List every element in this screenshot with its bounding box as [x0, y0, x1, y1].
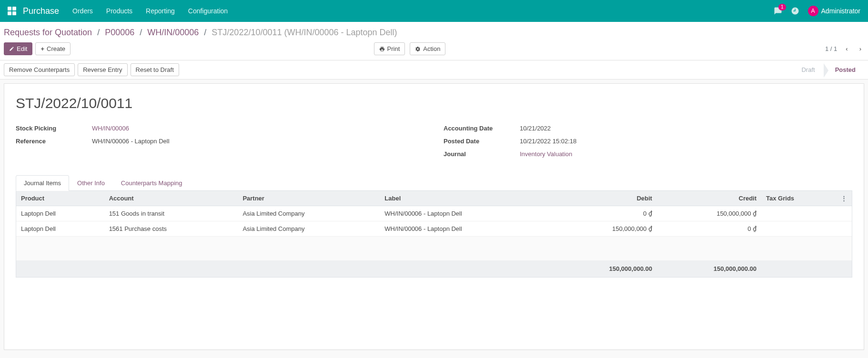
- tab-journal-items[interactable]: Journal Items: [16, 175, 69, 191]
- messages-badge: 1: [778, 4, 786, 10]
- print-button[interactable]: Print: [374, 42, 405, 55]
- print-icon: [379, 46, 385, 52]
- notebook-tabs: Journal Items Other Info Counterparts Ma…: [16, 175, 852, 191]
- nav-configuration[interactable]: Configuration: [188, 7, 228, 15]
- create-button[interactable]: + Create: [35, 42, 71, 55]
- pager-text: 1 / 1: [825, 45, 837, 52]
- table-row[interactable]: Laptopn Dell 1561 Purchase costs Asia Li…: [16, 221, 852, 237]
- col-account[interactable]: Account: [104, 191, 238, 206]
- breadcrumb-p00006[interactable]: P00006: [105, 28, 134, 37]
- pager-next[interactable]: ›: [857, 43, 864, 54]
- col-tax-grids[interactable]: Tax Grids: [761, 191, 836, 206]
- col-debit[interactable]: Debit: [553, 191, 657, 206]
- journal-label: Journal: [444, 150, 520, 158]
- col-product[interactable]: Product: [16, 191, 104, 206]
- pencil-icon: [9, 46, 14, 51]
- nav-products[interactable]: Products: [106, 7, 132, 15]
- col-label[interactable]: Label: [380, 191, 553, 206]
- action-button[interactable]: Action: [410, 42, 445, 55]
- status-draft[interactable]: Draft: [790, 63, 823, 76]
- form-sheet: STJ/2022/10/0011 Stock Picking WH/IN/000…: [4, 83, 864, 350]
- reverse-entry-button[interactable]: Reverse Entry: [78, 63, 127, 76]
- breadcrumb-rfq[interactable]: Requests for Quotation: [4, 28, 92, 37]
- accounting-date-label: Accounting Date: [444, 125, 520, 132]
- apps-icon[interactable]: [8, 7, 16, 15]
- stock-picking-label: Stock Picking: [16, 125, 92, 132]
- tab-other-info[interactable]: Other Info: [69, 175, 113, 191]
- app-brand[interactable]: Purchase: [23, 6, 59, 16]
- col-options-icon[interactable]: ⋮: [836, 191, 852, 206]
- breadcrumb-whin[interactable]: WH/IN/00006: [147, 28, 199, 37]
- col-credit[interactable]: Credit: [657, 191, 761, 206]
- avatar: A: [808, 6, 818, 16]
- remove-counterparts-button[interactable]: Remove Counterparts: [4, 63, 75, 76]
- nav-orders[interactable]: Orders: [72, 7, 93, 15]
- pager-prev[interactable]: ‹: [843, 43, 850, 54]
- status-posted[interactable]: Posted: [824, 63, 864, 76]
- breadcrumb: Requests for Quotation / P00006 / WH/IN/…: [4, 26, 864, 42]
- reference-value: WH/IN/00006 - Laptopn Dell: [92, 138, 170, 145]
- journal-value[interactable]: Inventory Valuation: [520, 150, 572, 158]
- posted-date-value: 10/21/2022 15:02:18: [520, 138, 576, 145]
- edit-button[interactable]: Edit: [4, 42, 32, 55]
- gear-icon: [415, 46, 421, 52]
- status-steps: Draft Posted: [790, 63, 864, 76]
- accounting-date-value: 10/21/2022: [520, 125, 551, 132]
- reference-label: Reference: [16, 138, 92, 145]
- total-credit: 150,000,000.00: [657, 260, 761, 277]
- record-title: STJ/2022/10/0011: [16, 95, 852, 111]
- tab-counterparts-mapping[interactable]: Counterparts Mapping: [113, 175, 191, 191]
- nav-reporting[interactable]: Reporting: [146, 7, 175, 15]
- breadcrumb-active: STJ/2022/10/0011 (WH/IN/00006 - Laptopn …: [212, 28, 397, 37]
- posted-date-label: Posted Date: [444, 138, 520, 145]
- reset-to-draft-button[interactable]: Reset to Draft: [131, 63, 179, 76]
- plus-icon: +: [40, 45, 44, 52]
- journal-items-table: Product Account Partner Label Debit Cred…: [16, 191, 852, 277]
- col-partner[interactable]: Partner: [238, 191, 380, 206]
- pager: 1 / 1 ‹ ›: [825, 43, 864, 54]
- user-name: Administrator: [821, 7, 860, 15]
- messages-icon[interactable]: 1: [774, 7, 782, 15]
- stock-picking-value[interactable]: WH/IN/00006: [92, 125, 129, 132]
- status-bar: Remove Counterparts Reverse Entry Reset …: [0, 60, 868, 80]
- control-panel: Requests for Quotation / P00006 / WH/IN/…: [0, 22, 868, 60]
- total-debit: 150,000,000.00: [553, 260, 657, 277]
- user-menu[interactable]: A Administrator: [808, 6, 860, 16]
- totals-row: 150,000,000.00 150,000,000.00: [16, 260, 852, 277]
- activity-icon[interactable]: [791, 7, 799, 15]
- table-row[interactable]: Laptopn Dell 151 Goods in transit Asia L…: [16, 206, 852, 221]
- top-navbar: Purchase Orders Products Reporting Confi…: [0, 0, 868, 22]
